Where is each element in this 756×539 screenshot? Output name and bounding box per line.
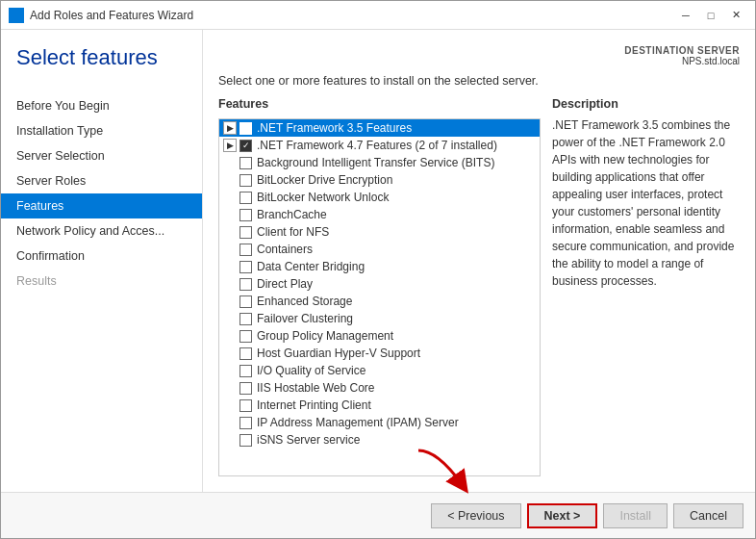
feature-label: Enhanced Storage [257,295,352,308]
sidebar-header: Select features [1,45,202,86]
feature-label: Client for NFS [257,225,329,239]
feature-label: BitLocker Network Unlock [257,191,389,204]
features-list-container: ▶ .NET Framework 3.5 Features ▶ .NET Fra… [218,118,541,476]
feature-checkbox[interactable] [239,295,252,308]
list-item[interactable]: BitLocker Network Unlock [219,189,540,206]
wizard-window: Add Roles and Features Wizard ─ □ ✕ Sele… [0,0,756,539]
previous-button[interactable]: < Previous [431,503,520,528]
feature-label: Direct Play [257,277,313,291]
feature-checkbox[interactable] [239,434,252,447]
list-item[interactable]: IP Address Management (IPAM) Server [219,414,540,431]
list-item[interactable]: Group Policy Management [219,327,540,345]
feature-label: IIS Hostable Web Core [257,381,375,395]
description-panel: Description .NET Framework 3.5 combines … [552,97,740,476]
feature-label: iSNS Server service [257,433,360,447]
feature-label: I/O Quality of Service [257,364,365,377]
features-panel: Features ▶ .NET Framework 3.5 Features [218,97,541,476]
window-title: Add Roles and Features Wizard [30,9,674,22]
list-item[interactable]: Internet Printing Client [219,397,540,414]
window-controls: ─ □ ✕ [674,6,747,25]
close-button[interactable]: ✕ [724,6,747,25]
feature-label: Failover Clustering [257,312,353,325]
wizard-main: DESTINATION SERVER NPS.std.local Select … [203,30,755,492]
wizard-footer: < Previous Next > Install Cancel [1,492,755,538]
feature-label: .NET Framework 4.7 Features (2 of 7 inst… [257,139,497,152]
feature-label: .NET Framework 3.5 Features [257,121,412,135]
sidebar-item-installation-type[interactable]: Installation Type [1,118,202,143]
feature-label: Background Intelligent Transfer Service … [257,156,494,169]
sidebar-item-confirmation[interactable]: Confirmation [1,244,202,269]
expand-icon[interactable]: ▶ [223,139,237,152]
feature-checkbox[interactable] [239,330,252,343]
sidebar-nav: Before You Begin Installation Type Serve… [1,93,202,294]
instruction-text: Select one or more features to install o… [218,74,740,88]
list-item[interactable]: Failover Clustering [219,310,540,327]
sidebar-item-results: Results [1,269,202,294]
titlebar: Add Roles and Features Wizard ─ □ ✕ [1,1,755,30]
feature-checkbox[interactable] [239,192,252,204]
server-value: NPS.std.local [682,56,740,66]
list-item[interactable]: BranchCache [219,206,540,223]
feature-label: BranchCache [257,208,327,221]
sidebar-title: Select features [16,45,187,70]
expand-icon[interactable]: ▶ [223,121,237,135]
feature-checkbox[interactable] [239,157,252,169]
window-icon [9,8,24,23]
feature-label: IP Address Management (IPAM) Server [257,416,459,429]
sidebar-item-features[interactable]: Features [1,193,202,218]
wizard-body: Select features Before You Begin Install… [1,30,755,492]
feature-label: Group Policy Management [257,329,393,343]
feature-checkbox[interactable] [239,261,252,273]
feature-checkbox[interactable] [239,174,252,187]
list-item[interactable]: ▶ .NET Framework 4.7 Features (2 of 7 in… [219,137,540,154]
svg-rect-2 [10,16,15,22]
feature-checkbox[interactable] [239,417,252,429]
minimize-button[interactable]: ─ [674,6,697,25]
feature-checkbox[interactable] [239,140,252,152]
content-panels: Features ▶ .NET Framework 3.5 Features [218,97,740,476]
list-item[interactable]: BitLocker Drive Encryption [219,171,540,189]
svg-rect-0 [10,9,15,14]
feature-checkbox[interactable] [239,365,252,377]
server-label: DESTINATION SERVER [218,45,740,56]
sidebar-item-network-policy[interactable]: Network Policy and Acces... [1,218,202,244]
list-item[interactable]: ▶ .NET Framework 3.5 Features [219,119,540,137]
sidebar-item-before-you-begin[interactable]: Before You Begin [1,93,202,118]
list-item[interactable]: IIS Hostable Web Core [219,379,540,397]
list-item[interactable]: iSNS Server service [219,431,540,449]
feature-checkbox[interactable] [239,278,252,291]
feature-checkbox[interactable] [239,209,252,221]
list-item[interactable]: I/O Quality of Service [219,362,540,379]
sidebar-item-server-selection[interactable]: Server Selection [1,143,202,168]
list-item[interactable]: Data Center Bridging [219,258,540,275]
feature-checkbox[interactable] [239,226,252,239]
list-item[interactable]: Containers [219,241,540,258]
features-list[interactable]: ▶ .NET Framework 3.5 Features ▶ .NET Fra… [219,119,540,475]
feature-checkbox[interactable] [239,399,252,412]
server-info: DESTINATION SERVER NPS.std.local [218,45,740,66]
svg-rect-3 [17,16,23,22]
feature-checkbox[interactable] [239,347,252,360]
list-item[interactable]: Host Guardian Hyper-V Support [219,345,540,362]
feature-label: Internet Printing Client [257,398,371,412]
list-item[interactable]: Background Intelligent Transfer Service … [219,154,540,171]
cancel-button[interactable]: Cancel [673,503,743,528]
feature-label: Containers [257,243,313,256]
next-button[interactable]: Next > [527,503,598,528]
feature-checkbox[interactable] [239,122,252,135]
feature-label: Host Guardian Hyper-V Support [257,346,420,360]
description-header: Description [552,97,740,111]
feature-label: Data Center Bridging [257,260,365,273]
list-item[interactable]: Client for NFS [219,223,540,241]
feature-checkbox[interactable] [239,244,252,256]
list-item[interactable]: Direct Play [219,275,540,293]
feature-checkbox[interactable] [239,382,252,395]
maximize-button[interactable]: □ [699,6,722,25]
list-item[interactable]: Enhanced Storage [219,293,540,310]
svg-rect-1 [17,9,23,14]
wizard-sidebar: Select features Before You Begin Install… [1,30,203,492]
sidebar-item-server-roles[interactable]: Server Roles [1,168,202,193]
feature-label: BitLocker Drive Encryption [257,173,392,187]
install-button[interactable]: Install [603,503,668,528]
feature-checkbox[interactable] [239,313,252,325]
